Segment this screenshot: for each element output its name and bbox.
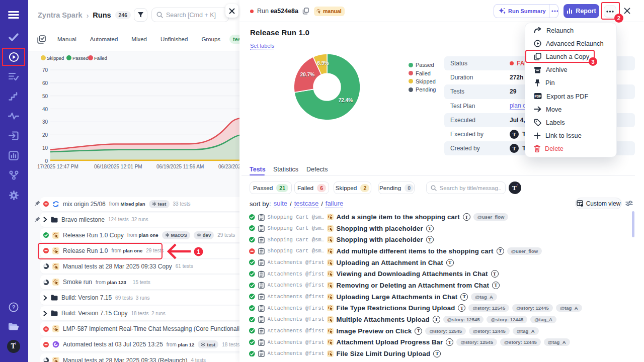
svg-text:?: ? (12, 304, 16, 310)
svg-text:6.9%: 6.9% (317, 60, 329, 66)
svg-text:30: 30 (42, 119, 48, 125)
svg-text:06/19/2025 11:56 AM: 06/19/2025 11:56 AM (156, 164, 204, 169)
svg-text:72.4%: 72.4% (339, 98, 353, 103)
svg-text:20: 20 (42, 132, 48, 138)
svg-text:20.7%: 20.7% (300, 72, 314, 77)
svg-text:40: 40 (42, 107, 48, 112)
svg-text:17/2025 12:47 PM: 17/2025 12:47 PM (37, 164, 78, 169)
svg-text:70: 70 (42, 67, 48, 73)
svg-text:Skipped: Skipped (47, 55, 64, 61)
svg-text:50: 50 (42, 94, 48, 99)
svg-text:0: 0 (45, 158, 48, 164)
svg-text:06/23/202: 06/23/202 (218, 164, 241, 169)
svg-text:06/18/2025 12:01 PM: 06/18/2025 12:01 PM (94, 164, 142, 169)
svg-text:PDF: PDF (535, 95, 541, 98)
svg-text:1: 1 (197, 248, 200, 255)
svg-text:60: 60 (42, 80, 48, 86)
svg-text:10: 10 (42, 145, 48, 151)
svg-text:Failed: Failed (94, 55, 107, 61)
svg-text:Passed: Passed (72, 55, 89, 61)
